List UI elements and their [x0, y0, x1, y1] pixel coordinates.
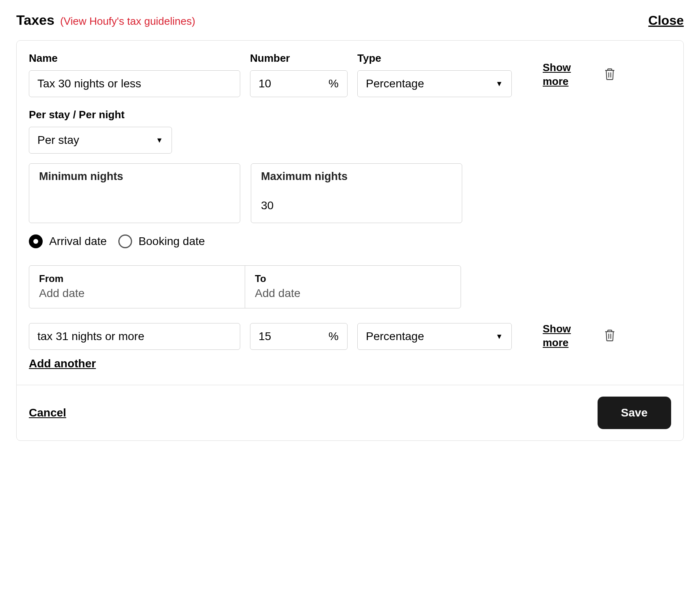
from-placeholder: Add date	[39, 287, 235, 300]
number-label: Number	[250, 52, 348, 65]
tax-number-input[interactable]	[250, 70, 348, 97]
cancel-button[interactable]: Cancel	[29, 406, 66, 419]
save-button[interactable]: Save	[598, 397, 671, 429]
radio-unchecked-icon	[118, 234, 132, 248]
close-button[interactable]: Close	[648, 13, 684, 28]
tax-type-select[interactable]	[357, 323, 512, 350]
to-date-box[interactable]: To Add date	[245, 266, 461, 308]
type-label: Type	[357, 52, 512, 65]
arrival-radio-label: Arrival date	[49, 235, 107, 248]
per-select[interactable]	[29, 127, 172, 154]
tax-number-input[interactable]	[250, 323, 348, 350]
to-label: To	[255, 273, 451, 284]
min-nights-label: Minimum nights	[39, 170, 230, 183]
min-nights-box[interactable]: Minimum nights	[29, 163, 240, 223]
max-nights-value: 30	[261, 199, 452, 213]
tax-type-select[interactable]	[357, 70, 512, 97]
max-nights-label: Maximum nights	[261, 170, 452, 183]
trash-icon[interactable]	[604, 67, 616, 82]
min-nights-value	[39, 199, 230, 213]
name-label: Name	[29, 52, 240, 65]
arrival-date-radio[interactable]: Arrival date	[29, 234, 107, 248]
add-another-link[interactable]: Add another	[29, 357, 96, 370]
booking-date-radio[interactable]: Booking date	[118, 234, 205, 248]
show-more-link[interactable]: Show more	[543, 322, 579, 350]
per-label: Per stay / Per night	[29, 108, 671, 121]
guidelines-link[interactable]: (View Houfy's tax guidelines)	[60, 15, 196, 28]
to-placeholder: Add date	[255, 287, 451, 300]
radio-checked-icon	[29, 234, 43, 248]
tax-name-input[interactable]	[29, 323, 240, 350]
from-date-box[interactable]: From Add date	[29, 266, 245, 308]
max-nights-box[interactable]: Maximum nights 30	[251, 163, 462, 223]
booking-radio-label: Booking date	[139, 235, 205, 248]
show-more-link[interactable]: Show more	[543, 61, 579, 89]
page-title: Taxes	[16, 12, 54, 28]
taxes-panel: Name Number % Type ▼ Show more	[16, 40, 684, 441]
trash-icon[interactable]	[604, 328, 616, 344]
from-label: From	[39, 273, 235, 284]
tax-name-input[interactable]	[29, 70, 240, 97]
